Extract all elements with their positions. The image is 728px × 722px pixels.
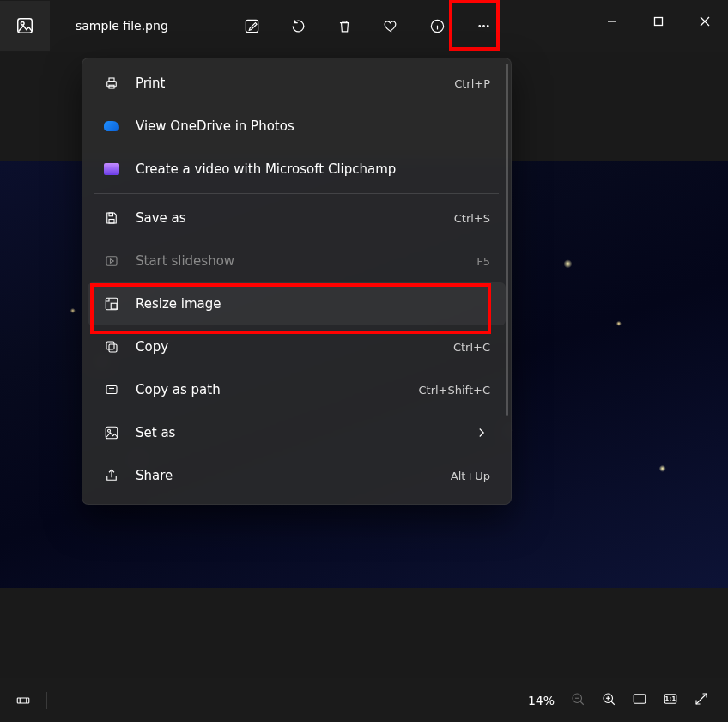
zoom-out-button[interactable] — [570, 691, 585, 710]
menu-item-resize[interactable]: Resize image — [88, 282, 506, 325]
menu-item-shortcut: F5 — [476, 255, 490, 268]
zoom-level: 14% — [528, 694, 555, 707]
maximize-button[interactable] — [635, 0, 682, 43]
svg-point-1 — [21, 21, 24, 25]
svg-rect-13 — [107, 82, 117, 87]
favorite-button[interactable] — [378, 13, 403, 39]
svg-rect-10 — [655, 18, 663, 26]
menu-item-label: Resize image — [136, 296, 490, 312]
separator — [46, 692, 47, 709]
fit-screen-button[interactable] — [632, 691, 647, 710]
menu-item-slideshow: Start slideshow F5 — [88, 240, 506, 282]
menu-item-onedrive[interactable]: View OneDrive in Photos — [88, 105, 506, 148]
svg-rect-16 — [109, 213, 113, 216]
filmstrip-button[interactable] — [0, 679, 46, 722]
svg-rect-22 — [106, 342, 114, 349]
menu-item-shortcut: Alt+Up — [451, 470, 490, 482]
menu-item-copy[interactable]: Copy Ctrl+C — [88, 325, 506, 368]
menu-item-label: Save as — [136, 210, 439, 226]
more-menu: Print Ctrl+P View OneDrive in Photos Cre… — [82, 58, 512, 505]
rotate-button[interactable] — [285, 13, 311, 39]
menu-item-label: Copy as path — [136, 382, 403, 397]
window-controls — [589, 0, 728, 43]
actual-size-button[interactable]: 1:1 — [663, 691, 678, 710]
bottom-bar: 14% 1:1 — [0, 678, 728, 722]
copy-path-icon — [103, 381, 120, 398]
minimize-button[interactable] — [589, 0, 635, 43]
set-as-icon — [103, 424, 120, 441]
chevron-right-icon — [473, 424, 490, 441]
menu-item-shortcut: Ctrl+Shift+C — [418, 384, 490, 397]
svg-line-32 — [580, 701, 584, 705]
svg-rect-20 — [111, 303, 117, 309]
svg-rect-23 — [106, 386, 117, 394]
file-name: sample file.png — [76, 19, 168, 33]
close-button[interactable] — [682, 0, 728, 43]
menu-item-clipchamp[interactable]: Create a video with Microsoft Clipchamp — [88, 148, 506, 191]
svg-rect-28 — [17, 698, 29, 703]
info-button[interactable] — [424, 13, 450, 39]
svg-text:1:1: 1:1 — [665, 695, 676, 702]
svg-rect-21 — [109, 344, 117, 352]
svg-rect-18 — [106, 257, 117, 266]
zoom-controls: 14% 1:1 — [528, 691, 728, 710]
print-icon — [103, 75, 120, 92]
svg-rect-19 — [106, 298, 118, 310]
clipchamp-icon — [103, 161, 120, 178]
menu-item-label: Copy — [136, 339, 438, 355]
menu-item-set-as[interactable]: Set as — [88, 411, 506, 454]
menu-separator — [94, 193, 499, 194]
svg-rect-38 — [634, 695, 646, 704]
app-icon[interactable] — [0, 1, 50, 51]
menu-item-label: View OneDrive in Photos — [136, 118, 490, 134]
svg-rect-26 — [106, 427, 118, 439]
svg-line-35 — [611, 701, 615, 705]
menu-item-label: Create a video with Microsoft Clipchamp — [136, 161, 490, 177]
edit-button[interactable] — [239, 13, 264, 39]
svg-point-27 — [108, 429, 111, 432]
slideshow-icon — [103, 252, 120, 270]
svg-rect-17 — [109, 220, 114, 224]
menu-item-print[interactable]: Print Ctrl+P — [88, 62, 506, 105]
menu-item-label: Set as — [136, 425, 458, 440]
menu-item-shortcut: Ctrl+S — [454, 212, 490, 225]
share-icon — [103, 467, 120, 484]
zoom-in-button[interactable] — [601, 691, 616, 710]
copy-icon — [103, 338, 120, 355]
svg-rect-0 — [18, 19, 33, 33]
delete-button[interactable] — [331, 13, 357, 39]
menu-item-label: Share — [136, 468, 435, 483]
more-button-highlight — [449, 0, 500, 51]
menu-item-shortcut: Ctrl+C — [453, 341, 490, 354]
menu-item-shortcut: Ctrl+P — [454, 77, 490, 90]
svg-rect-14 — [109, 78, 114, 82]
menu-item-label: Print — [136, 76, 439, 91]
resize-icon — [103, 295, 120, 312]
menu-item-label: Start slideshow — [136, 253, 461, 269]
menu-item-copy-path[interactable]: Copy as path Ctrl+Shift+C — [88, 368, 506, 411]
titlebar: sample file.png — [0, 0, 728, 52]
fullscreen-button[interactable] — [694, 691, 709, 710]
save-icon — [103, 209, 120, 227]
onedrive-icon — [103, 118, 120, 135]
menu-item-share[interactable]: Share Alt+Up — [88, 454, 506, 497]
menu-item-save-as[interactable]: Save as Ctrl+S — [88, 197, 506, 240]
menu-scrollbar[interactable] — [506, 64, 508, 416]
